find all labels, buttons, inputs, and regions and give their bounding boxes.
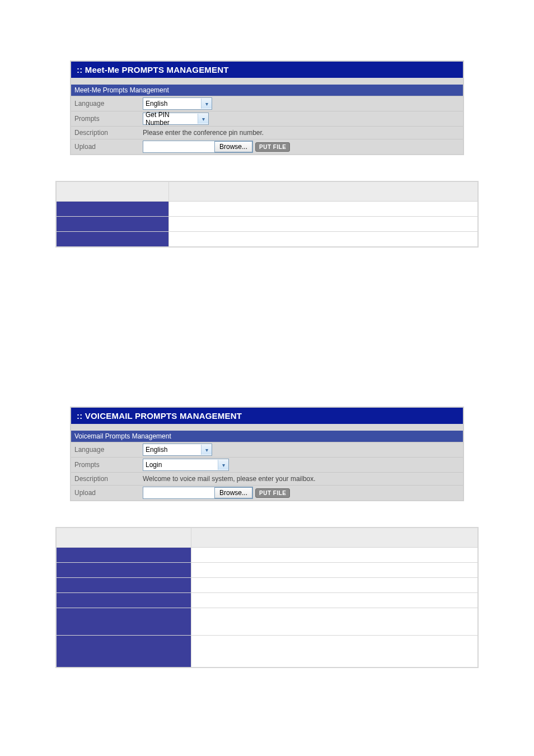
voicemail-language-label: Language xyxy=(71,444,140,456)
voicemail-prompts-row: Prompts Login ▾ xyxy=(71,458,463,473)
meetme-prompts-select[interactable]: Get PIN Number ▾ xyxy=(143,113,209,125)
voicemail-reference-table xyxy=(55,527,479,668)
table-row xyxy=(56,181,478,202)
meetme-language-row: Language English ▾ xyxy=(71,96,463,111)
voicemail-panel-title: :: VOICEMAIL PROMPTS MANAGEMENT xyxy=(71,408,463,424)
meetme-description-row: Description Please enter the conference … xyxy=(71,127,463,139)
meetme-description-label: Description xyxy=(71,127,140,139)
voicemail-prompts-label: Prompts xyxy=(71,459,140,471)
chevron-down-icon: ▾ xyxy=(198,114,208,124)
table-row xyxy=(56,593,478,608)
meetme-prompts-value: Get PIN Number xyxy=(146,111,194,127)
voicemail-description-row: Description Welcome to voice mail system… xyxy=(71,473,463,486)
meetme-language-select[interactable]: English ▾ xyxy=(143,97,212,110)
meetme-panel: :: Meet-Me PROMPTS MANAGEMENT Meet-Me Pr… xyxy=(70,60,464,155)
meetme-file-input-wrap: Browse... xyxy=(143,141,253,153)
voicemail-language-value: English xyxy=(146,446,167,454)
voicemail-panel-subtitle: Voicemail Prompts Management xyxy=(71,431,463,442)
table-row xyxy=(56,608,478,636)
voicemail-upload-label: Upload xyxy=(71,487,140,499)
meetme-language-value: English xyxy=(146,100,167,108)
chevron-down-icon: ▾ xyxy=(218,460,228,470)
voicemail-file-input-wrap: Browse... xyxy=(143,487,253,499)
chevron-down-icon: ▾ xyxy=(201,445,212,455)
voicemail-prompts-select[interactable]: Login ▾ xyxy=(143,459,229,471)
meetme-panel-subtitle: Meet-Me Prompts Management xyxy=(71,85,463,96)
voicemail-putfile-button[interactable]: PUT FILE xyxy=(255,488,290,498)
voicemail-language-row: Language English ▾ xyxy=(71,442,463,458)
table-row xyxy=(56,217,478,232)
voicemail-browse-button[interactable]: Browse... xyxy=(214,487,252,498)
meetme-language-label: Language xyxy=(71,97,140,110)
table-row xyxy=(56,528,478,548)
table-row xyxy=(56,232,478,248)
voicemail-description-value: Welcome to voice mail system, please ent… xyxy=(143,475,316,483)
table-row xyxy=(56,578,478,593)
meetme-reference-table xyxy=(55,181,479,248)
meetme-description-value: Please enter the conference pin number. xyxy=(143,129,264,137)
voicemail-description-label: Description xyxy=(71,473,140,485)
meetme-upload-label: Upload xyxy=(71,141,140,153)
meetme-panel-title: :: Meet-Me PROMPTS MANAGEMENT xyxy=(71,62,463,78)
meetme-browse-button[interactable]: Browse... xyxy=(214,141,252,152)
meetme-prompts-label: Prompts xyxy=(71,113,140,125)
chevron-down-icon: ▾ xyxy=(201,99,212,109)
table-row xyxy=(56,202,478,217)
voicemail-prompts-value: Login xyxy=(146,461,162,469)
table-row xyxy=(56,636,478,668)
meetme-file-input[interactable] xyxy=(143,142,215,152)
voicemail-language-select[interactable]: English ▾ xyxy=(143,444,212,456)
voicemail-panel: :: VOICEMAIL PROMPTS MANAGEMENT Voicemai… xyxy=(70,407,464,501)
table-row xyxy=(56,563,478,578)
meetme-putfile-button[interactable]: PUT FILE xyxy=(255,142,290,152)
voicemail-upload-row: Upload Browse... PUT FILE xyxy=(71,486,463,500)
meetme-prompts-row: Prompts Get PIN Number ▾ xyxy=(71,111,463,127)
table-row xyxy=(56,548,478,563)
voicemail-file-input[interactable] xyxy=(143,488,215,498)
meetme-upload-row: Upload Browse... PUT FILE xyxy=(71,139,463,154)
